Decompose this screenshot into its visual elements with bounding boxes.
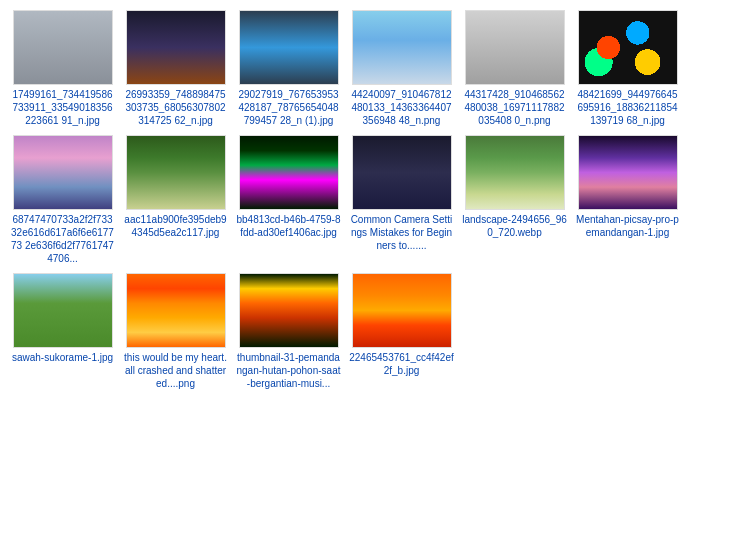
gallery-item[interactable]: 44240097_910467812480133_143633644073569… — [349, 10, 454, 127]
thumbnail — [126, 273, 226, 348]
thumbnail — [13, 273, 113, 348]
thumbnail — [239, 10, 339, 85]
thumbnail — [13, 135, 113, 210]
thumbnail — [578, 135, 678, 210]
thumbnail — [126, 135, 226, 210]
gallery-item[interactable]: thumbnail-31-pemandangan-hutan-pohon-saa… — [236, 273, 341, 390]
thumbnail — [13, 10, 113, 85]
file-label: 22465453761_cc4f42ef2f_b.jpg — [349, 351, 454, 377]
file-label: 44240097_910467812480133_143633644073569… — [349, 88, 454, 127]
thumbnail — [239, 273, 339, 348]
thumbnail — [352, 273, 452, 348]
file-label: landscape-2494656_960_720.webp — [462, 213, 567, 239]
thumbnail — [352, 135, 452, 210]
file-label: aac11ab900fe395deb94345d5ea2c117.jpg — [123, 213, 228, 239]
gallery-item[interactable]: 68747470733a2f2f73332e616d617a6f6e617773… — [10, 135, 115, 265]
file-label: this would be my heart. all crashed and … — [123, 351, 228, 390]
gallery-item[interactable]: Common Camera Settings Mistakes for Begi… — [349, 135, 454, 265]
thumbnail — [465, 10, 565, 85]
file-label: 17499161_734419586733911_335490183562236… — [10, 88, 115, 127]
gallery-item[interactable]: 22465453761_cc4f42ef2f_b.jpg — [349, 273, 454, 390]
gallery-item[interactable]: landscape-2494656_960_720.webp — [462, 135, 567, 265]
file-label: Mentahan-picsay-pro-pemandangan-1.jpg — [575, 213, 680, 239]
file-label: bb4813cd-b46b-4759-8fdd-ad30ef1406ac.jpg — [236, 213, 341, 239]
file-label: sawah-sukorame-1.jpg — [12, 351, 113, 364]
file-label: 68747470733a2f2f73332e616d617a6f6e617773… — [10, 213, 115, 265]
gallery-item[interactable]: 29027919_767653953428187_787656540487994… — [236, 10, 341, 127]
file-label: 48421699_944976645695916_188362118541397… — [575, 88, 680, 127]
image-gallery: 17499161_734419586733911_335490183562236… — [0, 0, 730, 400]
thumbnail — [352, 10, 452, 85]
gallery-item[interactable]: 44317428_910468562480038_169711178820354… — [462, 10, 567, 127]
gallery-item[interactable]: 26993359_748898475303735_680563078023147… — [123, 10, 228, 127]
gallery-item[interactable]: this would be my heart. all crashed and … — [123, 273, 228, 390]
gallery-item[interactable]: aac11ab900fe395deb94345d5ea2c117.jpg — [123, 135, 228, 265]
file-label: 26993359_748898475303735_680563078023147… — [123, 88, 228, 127]
gallery-item[interactable]: bb4813cd-b46b-4759-8fdd-ad30ef1406ac.jpg — [236, 135, 341, 265]
file-label: Common Camera Settings Mistakes for Begi… — [349, 213, 454, 252]
gallery-item[interactable]: sawah-sukorame-1.jpg — [10, 273, 115, 390]
thumbnail — [578, 10, 678, 85]
thumbnail — [465, 135, 565, 210]
gallery-item[interactable]: 48421699_944976645695916_188362118541397… — [575, 10, 680, 127]
file-label: 44317428_910468562480038_169711178820354… — [462, 88, 567, 127]
file-label: 29027919_767653953428187_787656540487994… — [236, 88, 341, 127]
gallery-item[interactable]: Mentahan-picsay-pro-pemandangan-1.jpg — [575, 135, 680, 265]
gallery-item[interactable]: 17499161_734419586733911_335490183562236… — [10, 10, 115, 127]
file-label: thumbnail-31-pemandangan-hutan-pohon-saa… — [236, 351, 341, 390]
thumbnail — [239, 135, 339, 210]
thumbnail — [126, 10, 226, 85]
